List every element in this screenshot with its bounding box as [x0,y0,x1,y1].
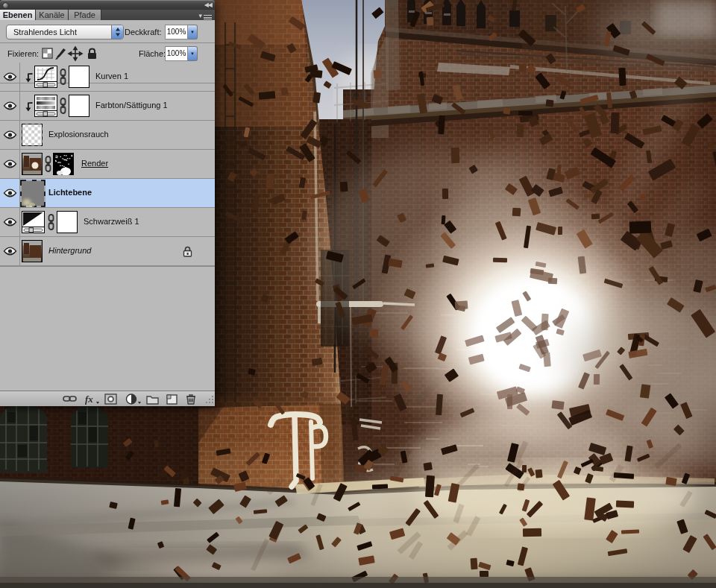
svg-text:fx: fx [85,393,93,405]
